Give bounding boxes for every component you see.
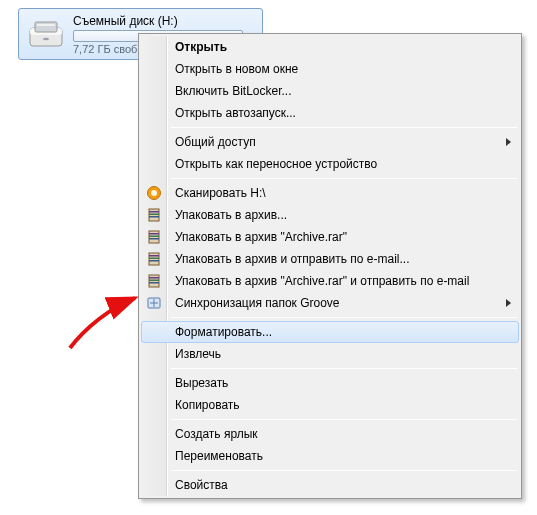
menu-scan[interactable]: Сканировать H:\ xyxy=(141,182,519,204)
menu-bitlocker[interactable]: Включить BitLocker... xyxy=(141,80,519,102)
rar-icon xyxy=(146,229,162,245)
menu-separator xyxy=(171,419,517,420)
menu-separator xyxy=(171,368,517,369)
menu-open[interactable]: Открыть xyxy=(141,36,519,58)
submenu-arrow-icon xyxy=(506,299,511,307)
menu-format[interactable]: Форматировать... xyxy=(141,321,519,343)
menu-label: Извлечь xyxy=(175,347,221,361)
menu-label: Синхронизация папок Groove xyxy=(175,296,340,310)
rar-icon xyxy=(146,273,162,289)
svg-point-6 xyxy=(151,190,157,196)
menu-label: Открыть как переносное устройство xyxy=(175,157,377,171)
svg-rect-20 xyxy=(149,277,159,279)
menu-label: Вырезать xyxy=(175,376,228,390)
menu-label: Упаковать в архив "Archive.rar" и отправ… xyxy=(175,274,469,288)
svg-rect-21 xyxy=(149,280,159,282)
rar-icon xyxy=(146,207,162,223)
menu-cut[interactable]: Вырезать xyxy=(141,372,519,394)
menu-label: Создать ярлык xyxy=(175,427,258,441)
menu-properties[interactable]: Свойства xyxy=(141,474,519,496)
rar-icon xyxy=(146,251,162,267)
svg-rect-22 xyxy=(149,282,159,284)
menu-label: Общий доступ xyxy=(175,135,256,149)
context-menu: Открыть Открыть в новом окне Включить Bi… xyxy=(138,33,522,499)
svg-point-4 xyxy=(43,38,49,41)
menu-label: Упаковать в архив и отправить по e-mail.… xyxy=(175,252,410,266)
svg-rect-3 xyxy=(37,24,55,26)
menu-open-new-window[interactable]: Открыть в новом окне xyxy=(141,58,519,80)
menu-separator xyxy=(171,127,517,128)
svg-rect-17 xyxy=(149,258,159,260)
svg-rect-14 xyxy=(149,238,159,240)
svg-rect-13 xyxy=(149,236,159,238)
annotation-arrow-icon xyxy=(65,293,145,353)
svg-rect-2 xyxy=(35,22,57,32)
menu-separator xyxy=(171,317,517,318)
menu-autorun[interactable]: Открыть автозапуск... xyxy=(141,102,519,124)
svg-rect-18 xyxy=(149,260,159,262)
menu-copy[interactable]: Копировать xyxy=(141,394,519,416)
menu-create-shortcut[interactable]: Создать ярлык xyxy=(141,423,519,445)
drive-name: Съемный диск (H:) xyxy=(73,14,256,28)
svg-rect-9 xyxy=(149,214,159,216)
menu-separator xyxy=(171,470,517,471)
menu-label: Сканировать H:\ xyxy=(175,186,266,200)
menu-rename[interactable]: Переименовать xyxy=(141,445,519,467)
menu-eject[interactable]: Извлечь xyxy=(141,343,519,365)
menu-label: Упаковать в архив "Archive.rar" xyxy=(175,230,347,244)
menu-pack-archive-rar[interactable]: Упаковать в архив "Archive.rar" xyxy=(141,226,519,248)
submenu-arrow-icon xyxy=(506,138,511,146)
svg-rect-16 xyxy=(149,255,159,257)
scan-icon xyxy=(146,185,162,201)
svg-rect-8 xyxy=(149,211,159,213)
menu-label: Включить BitLocker... xyxy=(175,84,292,98)
groove-icon xyxy=(146,295,162,311)
svg-rect-10 xyxy=(149,216,159,218)
menu-label: Форматировать... xyxy=(175,325,272,339)
menu-label: Открыть в новом окне xyxy=(175,62,298,76)
menu-label: Копировать xyxy=(175,398,240,412)
menu-label: Свойства xyxy=(175,478,228,492)
menu-open-portable[interactable]: Открыть как переносное устройство xyxy=(141,153,519,175)
menu-label: Открыть xyxy=(175,40,227,54)
menu-label: Переименовать xyxy=(175,449,263,463)
menu-pack-archive[interactable]: Упаковать в архив... xyxy=(141,204,519,226)
menu-separator xyxy=(171,178,517,179)
removable-drive-icon xyxy=(25,13,67,55)
menu-label: Открыть автозапуск... xyxy=(175,106,296,120)
svg-rect-12 xyxy=(149,233,159,235)
menu-pack-send[interactable]: Упаковать в архив и отправить по e-mail.… xyxy=(141,248,519,270)
menu-groove-sync[interactable]: Синхронизация папок Groove xyxy=(141,292,519,314)
menu-pack-rar-send[interactable]: Упаковать в архив "Archive.rar" и отправ… xyxy=(141,270,519,292)
menu-label: Упаковать в архив... xyxy=(175,208,287,222)
menu-sharing[interactable]: Общий доступ xyxy=(141,131,519,153)
